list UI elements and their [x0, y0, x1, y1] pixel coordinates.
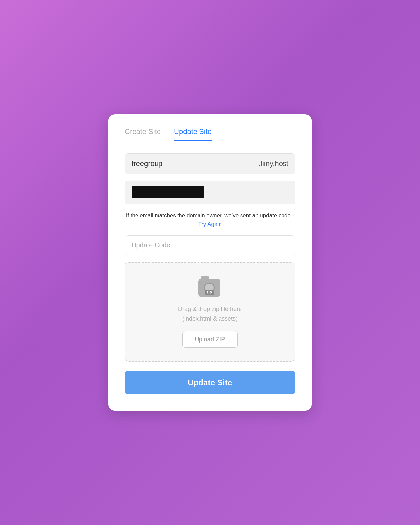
try-again-link[interactable]: Try Again [198, 221, 221, 227]
update-site-button[interactable]: Update Site [125, 371, 295, 394]
drop-zone-text: Drag & drop zip file here (index.html & … [135, 304, 285, 324]
domain-suffix: .tiiny.host [252, 154, 295, 174]
info-text: If the email matches the domain owner, w… [125, 211, 295, 229]
email-masked-value [132, 186, 204, 198]
email-row [125, 181, 295, 204]
update-code-input[interactable] [125, 235, 295, 255]
tab-update-site[interactable]: Update Site [174, 127, 212, 141]
subdomain-input[interactable] [125, 154, 252, 174]
domain-row: .tiiny.host [125, 153, 295, 174]
drop-zone[interactable]: ZIP Drag & drop zip file here (index.htm… [125, 262, 295, 362]
tab-bar: Create Site Update Site [125, 127, 295, 141]
tab-create-site[interactable]: Create Site [125, 127, 161, 141]
main-card: Create Site Update Site .tiiny.host If t… [108, 114, 312, 411]
upload-zip-button[interactable]: Upload ZIP [182, 331, 237, 348]
zip-file-icon: ZIP [198, 279, 222, 299]
